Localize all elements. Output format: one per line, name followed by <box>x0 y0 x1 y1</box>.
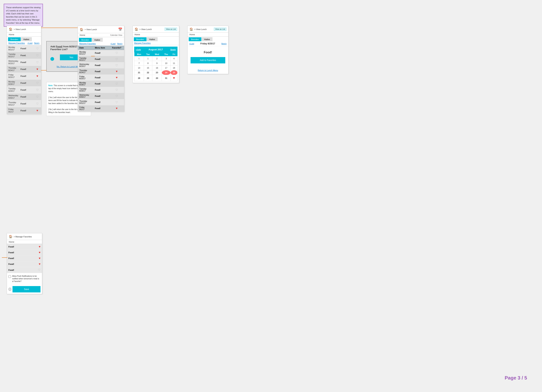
card1-heart-8[interactable]: ♡ <box>35 102 40 106</box>
card3-view-btn[interactable]: View as List <box>165 28 177 31</box>
card2-heart-8[interactable]: ♡ <box>109 99 124 105</box>
card2-next-link[interactable]: Next> <box>117 42 123 45</box>
cal-cell-29[interactable]: 29 <box>144 75 152 81</box>
next-month-link[interactable]: Sept> <box>170 48 176 51</box>
cal-cell-18[interactable]: 18 <box>171 66 178 70</box>
cal-cell-24[interactable]: 24 <box>162 70 171 75</box>
cal-cell-4[interactable]: 4 <box>171 56 178 61</box>
card2-home-label: Home <box>80 34 85 36</box>
card2-heart-9[interactable]: ♥ <box>109 105 124 111</box>
card1-tab-hailee[interactable]: Hailee <box>21 37 32 41</box>
card4-next-link[interactable]: Next> <box>221 42 227 45</box>
card1-heart-3[interactable]: ♥ <box>35 68 40 71</box>
card2-manage-link[interactable]: Manage Favorites <box>79 42 96 45</box>
cal-cell-23[interactable]: 23 <box>152 70 162 75</box>
card1-view-lunch: 🏠 > View Lunch Home Brenden Hailee Manag… <box>7 26 41 114</box>
manage-fav-heart-2[interactable]: ♥ <box>39 257 41 260</box>
card2-heart-2[interactable]: ♡ <box>109 62 124 69</box>
card1-heart-5[interactable]: ♡ <box>35 81 40 85</box>
card2-heart-0[interactable]: ♡ <box>109 50 124 56</box>
cal-week-2: 7 8 9 10 11 <box>134 61 178 66</box>
manage-fav-home-label: Home <box>7 240 42 244</box>
calendar-icon[interactable]: 📅 <box>118 27 122 32</box>
cal-cell-16[interactable]: 16 <box>152 66 162 70</box>
cal-cell-31[interactable]: 31 <box>134 56 144 61</box>
card4-add-fav-btn[interactable]: Add to Favorites <box>190 57 225 64</box>
cal-cell-22[interactable]: 22 <box>144 70 152 75</box>
card2-tab-brenden[interactable]: Brenden <box>79 38 92 42</box>
card1-heart-0[interactable]: ♡ <box>35 47 40 50</box>
cal-cell-9[interactable]: 9 <box>152 61 162 66</box>
cal-cell-17[interactable]: 17 <box>162 66 171 70</box>
cal-cell-heart[interactable]: ♥ <box>171 75 178 81</box>
manage-fav-heart-0[interactable]: ♥ <box>39 245 41 249</box>
manage-fav-breadcrumb: > Manage Favorites <box>14 236 32 238</box>
cal-cell-25[interactable]: 25 <box>171 70 178 75</box>
cal-cell-8[interactable]: 8 <box>144 61 152 66</box>
cal-cell-3[interactable]: 3 <box>162 56 171 61</box>
card2-heart-1[interactable]: ♡ <box>109 56 124 62</box>
card4-return-link[interactable]: Return to Lunch Menu <box>198 69 218 71</box>
cal-cell-15[interactable]: 15 <box>144 66 152 70</box>
card2-date-7: Wednesday8/30/17 <box>78 93 93 99</box>
card3-tab-brenden[interactable]: Brenden <box>134 37 146 41</box>
card4-view-btn[interactable]: View as List <box>214 28 226 31</box>
push-notification-row: Allow Push Notifications to be notified … <box>7 273 42 285</box>
cal-day-fri: Fri <box>171 53 178 56</box>
cal-cell-7[interactable]: 7 <box>134 61 144 66</box>
card1-heart-4[interactable]: ♥ <box>35 74 40 78</box>
cal-cell-1[interactable]: 1 <box>144 56 152 61</box>
card4-last-link[interactable]: <Last <box>189 42 194 45</box>
manage-fav-heart-1[interactable]: ♥ <box>39 251 41 254</box>
card1-tab-brenden[interactable]: Brenden <box>8 37 21 41</box>
card1-date-9: Friday9/1/17 <box>8 108 21 113</box>
card2-heart-5[interactable]: ♡ <box>109 81 124 87</box>
manage-fav-heart-4[interactable]: ♡ <box>38 268 40 272</box>
card3-tab-hailee[interactable]: Hailee <box>147 37 157 41</box>
cal-cell-31b[interactable]: 31 <box>162 75 171 81</box>
card1-next-link[interactable]: Next> <box>34 42 40 44</box>
card1-heart-7[interactable]: ♡ <box>35 95 40 99</box>
card1-food-6: Food! <box>21 89 35 91</box>
card1-heart-2[interactable]: ♡ <box>35 61 40 64</box>
card1-heart-1[interactable]: ♡ <box>35 54 40 57</box>
card1-food-7: Food! <box>21 96 35 98</box>
cal-cell-20b[interactable]: 20 <box>152 75 162 81</box>
manage-fav-name-2: Food! <box>8 257 39 260</box>
card4-tab-brenden[interactable]: Brenden <box>189 37 201 41</box>
card1-heart-9[interactable]: ♥ <box>35 109 40 112</box>
annotation-text: These wireframes support the viewing of … <box>6 6 40 24</box>
card2-date-0: Monday8/21/17 <box>78 50 93 56</box>
card3-manage-link[interactable]: Manage Favorites <box>134 42 151 44</box>
cal-cell-21[interactable]: 21 <box>134 70 144 75</box>
cal-cell-14[interactable]: 14 <box>134 66 144 70</box>
cal-cell-28[interactable]: 28 <box>134 75 144 81</box>
card2-heart-6[interactable]: ♡ <box>109 87 124 93</box>
card1-manage-link[interactable]: Manage Favorites <box>8 42 25 44</box>
card4-tab-hailee[interactable]: Hailee <box>202 37 212 41</box>
prev-month-link[interactable]: <July <box>136 48 141 51</box>
card2-heart-3[interactable]: ♥ <box>109 69 124 74</box>
home-icon-5: 🏠 <box>9 235 12 238</box>
card1-tabs: Brenden Hailee <box>7 37 41 41</box>
card2-date-1: Tuesday8/22/17 <box>78 56 93 62</box>
manage-fav-row-3: Food! ♥ <box>7 261 42 267</box>
card1-list-row-3: Thursday8/24/17 Food! ♥ <box>7 66 41 73</box>
arrow-2 <box>91 56 95 56</box>
cal-cell-10[interactable]: 10 <box>162 61 171 66</box>
cal-cell-2[interactable]: 2 <box>152 56 162 61</box>
save-button[interactable]: Save <box>12 286 40 292</box>
card1-date-3: Thursday8/24/17 <box>8 67 21 72</box>
card1-date-7: Wednesday8/30/17 <box>8 94 21 99</box>
card1-list-row-1: Tuesday8/22/17 Food. ♡ <box>7 52 41 59</box>
push-notification-checkbox[interactable] <box>8 275 11 278</box>
card2-tab-hailee[interactable]: Hailee <box>92 38 103 42</box>
card1-heart-6[interactable]: ♡ <box>35 88 40 92</box>
card2-heart-4[interactable]: ♥ <box>109 74 124 81</box>
card2-last-link[interactable]: <Last <box>110 42 115 45</box>
card2-heart-7[interactable]: ♡ <box>109 93 124 99</box>
cal-cell-11[interactable]: 11 <box>171 61 178 66</box>
card2-row-6: Tuesday8/29/17 Food! ♡ <box>78 87 124 93</box>
manage-fav-heart-3[interactable]: ♥ <box>39 262 41 266</box>
card1-last-link[interactable]: <Last <box>27 42 33 44</box>
